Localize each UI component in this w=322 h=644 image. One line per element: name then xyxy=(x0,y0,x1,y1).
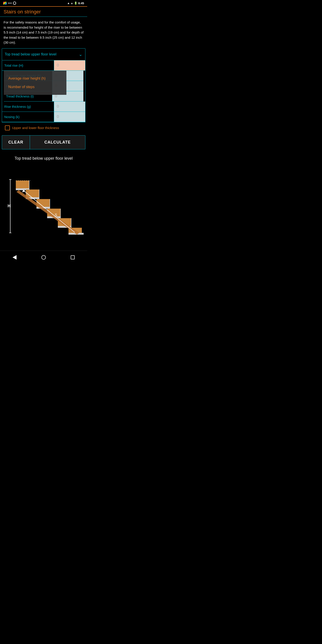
status-bar: ▲ ▲ 🔋 6:45 xyxy=(0,0,87,6)
checkbox-upper-lower-floor[interactable] xyxy=(5,126,10,130)
status-icons-left xyxy=(3,2,16,5)
recents-icon xyxy=(71,255,75,260)
form-table: Total rise (H) Average riser height (h) … xyxy=(2,60,86,122)
diagram-title: Top tread below upper floor level xyxy=(14,156,73,161)
field-input-total-rise[interactable] xyxy=(54,60,85,70)
circle-icon xyxy=(13,2,16,5)
dropdown-container[interactable]: Top tread below upper floor level ⌄ xyxy=(2,48,86,60)
svg-text:H: H xyxy=(8,204,10,208)
clear-button[interactable]: CLEAR xyxy=(2,136,30,149)
table-row: Nosing (k) xyxy=(2,112,85,122)
wifi-icon: ▲ xyxy=(67,2,70,5)
battery-icon: 🔋 xyxy=(74,2,77,5)
stair-svg: H xyxy=(4,166,84,242)
overlay-wrapper: Average riser height (h) Number of steps… xyxy=(4,71,84,102)
back-icon xyxy=(12,255,16,260)
diagram-section: Top tread below upper floor level H xyxy=(0,149,87,246)
calculate-button[interactable]: CALCULATE xyxy=(30,136,85,149)
home-icon xyxy=(41,255,46,260)
app-description: For the safety reasons and for the comfo… xyxy=(0,17,87,48)
status-icons-right: ▲ ▲ 🔋 6:45 xyxy=(67,2,84,5)
checkbox-row[interactable]: Upper and lower floor thickness xyxy=(2,122,86,134)
app-container: Stairs on stringer For the safety reason… xyxy=(0,7,87,246)
time-display: 6:45 xyxy=(78,2,84,5)
field-label-rise-thickness: Rise thickness (g) xyxy=(2,102,54,112)
svg-text:S: S xyxy=(55,213,57,217)
chevron-down-icon: ⌄ xyxy=(79,52,82,57)
table-row: Rise thickness (g) xyxy=(2,102,85,112)
signal-icon: ▲ xyxy=(71,2,73,4)
dropdown-header[interactable]: Top tread below upper floor level ⌄ xyxy=(2,48,85,60)
svg-rect-6 xyxy=(16,180,29,190)
overlay-item-num-steps[interactable]: Number of steps xyxy=(8,83,62,91)
app-title: Stairs on stringer xyxy=(4,9,41,14)
bottom-nav xyxy=(0,251,87,264)
overlay-item-avg-riser[interactable]: Average riser height (h) xyxy=(8,74,62,83)
field-label-nosing: Nosing (k) xyxy=(2,112,54,122)
dots-icon xyxy=(8,3,12,4)
stair-diagram: H xyxy=(0,166,87,242)
dropdown-label: Top tread below upper floor level xyxy=(5,52,56,56)
app-title-bar: Stairs on stringer xyxy=(0,7,87,17)
checkbox-label: Upper and lower floor thickness xyxy=(12,126,59,130)
table-row: Total rise (H) xyxy=(2,60,85,71)
field-input-nosing[interactable] xyxy=(54,112,85,122)
gmail-icon xyxy=(3,2,7,4)
field-label-total-rise: Total rise (H) xyxy=(2,60,54,70)
nav-recents-button[interactable] xyxy=(69,254,76,261)
nav-back-button[interactable] xyxy=(11,254,18,261)
field-input-rise-thickness[interactable] xyxy=(54,102,85,112)
overlay-dropdown[interactable]: Average riser height (h) Number of steps xyxy=(4,71,66,95)
buttons-row: CLEAR CALCULATE xyxy=(2,135,86,149)
nav-home-button[interactable] xyxy=(40,254,47,261)
